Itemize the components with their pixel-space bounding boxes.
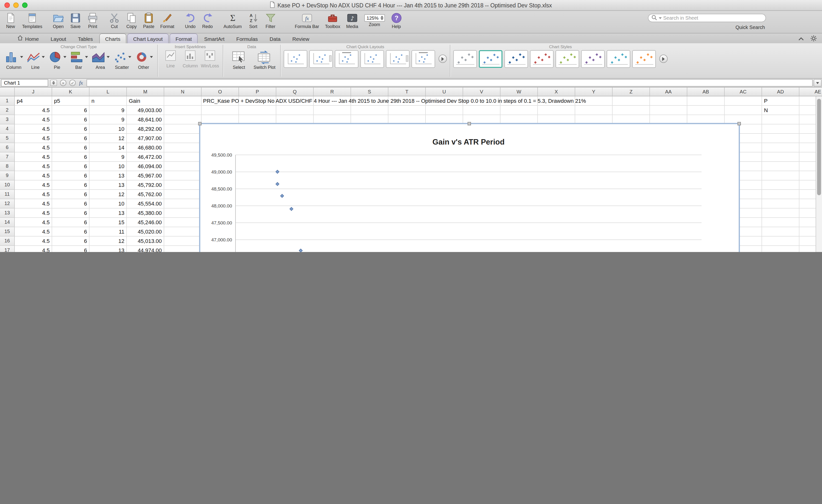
chart-quick-layout-1[interactable] [284, 50, 307, 68]
column-header-K[interactable]: K [52, 87, 89, 96]
ribbon-tab-chart-layout[interactable]: Chart Layout [127, 33, 168, 43]
cell[interactable] [164, 199, 201, 208]
column-header-J[interactable]: J [15, 87, 52, 96]
row-header[interactable]: 3 [0, 115, 15, 124]
ribbon-tab-review[interactable]: Review [287, 34, 315, 43]
cell[interactable] [762, 171, 799, 180]
cell[interactable] [762, 124, 799, 134]
chart-style-6[interactable] [581, 50, 605, 68]
cell[interactable]: 4.5 [15, 124, 52, 134]
cell[interactable]: 4.5 [15, 227, 52, 236]
cell[interactable]: 4.5 [15, 199, 52, 208]
cell[interactable] [351, 106, 388, 115]
column-header-P[interactable]: P [239, 87, 276, 96]
toolbar-filter-button[interactable]: Filter [265, 12, 276, 29]
chart-resize-handle-top-middle[interactable] [467, 122, 471, 125]
cell[interactable]: 6 [52, 115, 89, 124]
cell[interactable] [762, 152, 799, 162]
cell[interactable]: 15 [89, 218, 127, 227]
column-header-O[interactable]: O [201, 87, 239, 96]
cell[interactable] [388, 106, 426, 115]
cell[interactable]: 6 [52, 162, 89, 171]
row-header[interactable]: 2 [0, 106, 15, 115]
cell[interactable]: 48,641.00 [127, 115, 164, 124]
cell[interactable]: 13 [89, 208, 127, 218]
toolbar-paste-button[interactable]: Paste [143, 12, 154, 29]
cell[interactable] [164, 152, 201, 162]
ribbon-tab-layout[interactable]: Layout [45, 34, 71, 43]
chart-type-pie-button[interactable]: Pie [46, 50, 68, 70]
cell[interactable]: 6 [52, 227, 89, 236]
sparkline-winloss-button[interactable]: Win/Loss [200, 50, 220, 68]
cell[interactable] [762, 96, 799, 106]
cell[interactable]: 10 [89, 124, 127, 134]
column-header-Z[interactable]: Z [612, 87, 650, 96]
cell[interactable] [612, 106, 650, 115]
chart-quick-layout-3[interactable] [335, 50, 358, 68]
vertical-scrollbar-thumb[interactable] [817, 99, 821, 195]
cell[interactable]: 6 [52, 180, 89, 190]
ribbon-tab-data[interactable]: Data [264, 34, 286, 43]
row-header[interactable]: 5 [0, 134, 15, 143]
cell[interactable]: 4.5 [15, 171, 52, 180]
cell[interactable]: 6 [52, 171, 89, 180]
cell[interactable] [164, 171, 201, 180]
cell[interactable]: 6 [52, 236, 89, 246]
name-box[interactable]: Chart 1 [1, 79, 48, 86]
chart-style-5[interactable] [555, 50, 579, 68]
cell[interactable]: 45,762.00 [127, 190, 164, 199]
cell[interactable] [164, 162, 201, 171]
formula-input[interactable] [86, 79, 813, 86]
toolbar-format-button[interactable]: Format [160, 12, 174, 29]
cell[interactable]: 47,907.00 [127, 134, 164, 143]
column-header-N[interactable]: N [164, 87, 201, 96]
cell[interactable]: 6 [52, 199, 89, 208]
cell[interactable]: 6 [52, 246, 89, 252]
name-box-stepper[interactable] [50, 80, 57, 86]
cell[interactable]: n [89, 96, 127, 106]
cell[interactable]: 9 [89, 106, 127, 115]
chart-quick-layout-2[interactable] [309, 50, 333, 68]
toolbar-templates-button[interactable]: Templates [22, 12, 42, 29]
chart-type-other-button[interactable]: Other [133, 50, 154, 70]
cell[interactable] [762, 190, 799, 199]
column-header-M[interactable]: M [127, 87, 164, 96]
cell[interactable] [164, 134, 201, 143]
chart-style-3[interactable] [504, 50, 528, 68]
cell[interactable]: 6 [52, 143, 89, 152]
cell[interactable]: 9 [89, 115, 127, 124]
formula-bar-expand-button[interactable] [814, 79, 822, 86]
column-header-AA[interactable]: AA [650, 87, 687, 96]
cell[interactable] [164, 143, 201, 152]
toolbar-redo-button[interactable]: Redo [202, 12, 213, 29]
row-header[interactable]: 4 [0, 124, 15, 134]
cancel-button[interactable]: × [60, 80, 66, 86]
cell[interactable] [538, 106, 575, 115]
cell[interactable]: 12 [89, 134, 127, 143]
cell[interactable] [725, 96, 762, 106]
row-header[interactable]: 1 [0, 96, 15, 106]
cell[interactable]: 13 [89, 180, 127, 190]
cell[interactable]: 45,380.00 [127, 208, 164, 218]
select-button[interactable]: Select [226, 50, 252, 70]
cell[interactable] [762, 208, 799, 218]
cell[interactable] [500, 106, 538, 115]
sparkline-line-button[interactable]: Line [161, 50, 180, 68]
ribbon-tab-home[interactable]: Home [12, 34, 44, 43]
cell[interactable] [426, 106, 463, 115]
ribbon-tab-tables[interactable]: Tables [72, 34, 98, 43]
cell[interactable] [164, 96, 201, 106]
cell[interactable]: Gain [127, 96, 164, 106]
toolbar-undo-button[interactable]: Undo [184, 12, 196, 29]
column-header-R[interactable]: R [314, 87, 351, 96]
cell[interactable] [164, 124, 201, 134]
row-header[interactable]: 12 [0, 199, 15, 208]
column-header-AB[interactable]: AB [687, 87, 725, 96]
toolbar-copy-button[interactable]: Copy [126, 12, 137, 29]
ribbon-tab-formulas[interactable]: Formulas [231, 34, 263, 43]
chart-type-scatter-button[interactable]: Scatter [111, 50, 133, 70]
cell[interactable]: 48,292.00 [127, 124, 164, 134]
cell[interactable]: 4.5 [15, 106, 52, 115]
cell[interactable]: 10 [89, 199, 127, 208]
cell[interactable] [762, 246, 799, 252]
